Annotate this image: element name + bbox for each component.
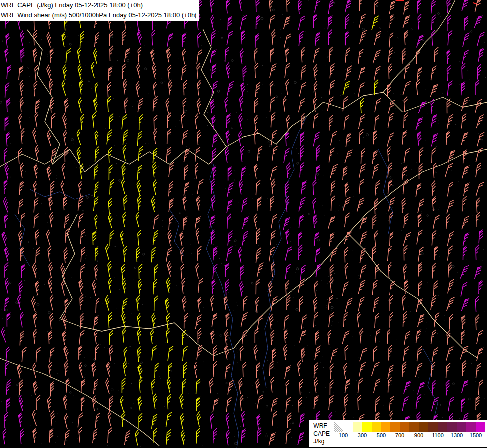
legend-param-label: CAPE	[313, 430, 330, 438]
legend-tick: 300	[358, 432, 367, 438]
legend-color-scale	[334, 422, 485, 432]
legend-tick: 100	[339, 432, 348, 438]
weather-map	[0, 0, 487, 448]
legend-tick: 1500	[470, 432, 482, 438]
legend-swatch	[353, 422, 362, 432]
legend-swatch	[447, 422, 457, 432]
legend-tick: 1300	[451, 432, 463, 438]
legend-swatch	[334, 422, 343, 432]
legend-tick: 700	[395, 432, 404, 438]
legend-swatch	[390, 422, 400, 432]
title-line-cape: WRF CAPE (J/kg) Friday 05-12-2025 18:00 …	[1, 0, 196, 10]
legend-swatch	[476, 422, 485, 432]
cape-legend: WRF CAPE J/kg 10030050070090011001300150…	[309, 420, 487, 447]
legend-swatch	[362, 422, 372, 432]
legend-tick-row: 100300500700900110013001500	[334, 432, 485, 439]
legend-swatch	[343, 422, 353, 432]
legend-scale: 100300500700900110013001500	[334, 422, 485, 446]
legend-swatch	[400, 422, 409, 432]
legend-swatch	[428, 422, 438, 432]
legend-tick: 1100	[432, 432, 444, 438]
legend-tick: 500	[377, 432, 386, 438]
legend-tick: 900	[414, 432, 423, 438]
legend-swatch	[438, 422, 447, 432]
legend-swatch	[381, 422, 390, 432]
legend-swatch	[466, 422, 476, 432]
legend-labels: WRF CAPE J/kg	[313, 422, 330, 446]
legend-swatch	[409, 422, 419, 432]
legend-swatch	[419, 422, 428, 432]
legend-model-label: WRF	[313, 422, 330, 430]
legend-swatch	[372, 422, 381, 432]
legend-unit-label: J/kg	[313, 438, 330, 446]
title-box: WRF CAPE (J/kg) Friday 05-12-2025 18:00 …	[0, 0, 199, 21]
title-line-shear: WRF Wind shear (m/s) 500/1000hPa Friday …	[1, 10, 196, 20]
legend-swatch	[457, 422, 466, 432]
wrf-map-view: WRF CAPE (J/kg) Friday 05-12-2025 18:00 …	[0, 0, 487, 448]
